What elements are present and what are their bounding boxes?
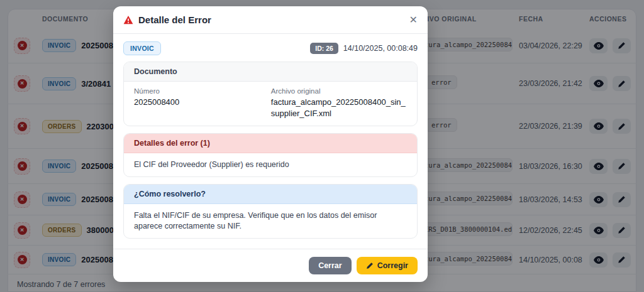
modal-footer: Cerrar Corregir — [113, 249, 428, 282]
errors-page: DOCUMENTO ARCHIVO ORIGINAL FECHA ACCIONE… — [0, 0, 644, 292]
warning-triangle-icon — [123, 15, 133, 25]
error-details-title: Detalles del error (1) — [124, 134, 417, 153]
document-type-badge: INVOIC — [123, 41, 161, 55]
document-section: Documento Número 2025008400 Archivo orig… — [123, 62, 418, 126]
modal-title: Detalle del Error — [138, 14, 404, 25]
error-timestamp: 14/10/2025, 00:08:49 — [343, 44, 418, 53]
corregir-label: Corregir — [377, 261, 408, 270]
cerrar-button[interactable]: Cerrar — [309, 257, 352, 274]
resolve-title: ¿Cómo resolverlo? — [124, 185, 417, 204]
modal-header: Detalle del Error ✕ — [113, 6, 428, 34]
resolve-message: Falta el NIF/CIF de su empresa. Verifiqu… — [124, 204, 417, 238]
error-id-badge: ID: 26 — [310, 43, 338, 54]
error-details-section: Detalles del error (1) El CIF del Provee… — [123, 133, 418, 177]
archivo-value: factura_alcampo_20225008400_sin_supplier… — [271, 97, 407, 119]
pencil-icon — [366, 262, 374, 269]
document-section-body: Número 2025008400 Archivo original factu… — [124, 82, 417, 126]
document-section-title: Documento — [124, 62, 417, 82]
error-details-message: El CIF del Proveedor (Supplier) es reque… — [124, 153, 417, 176]
numero-label: Número — [134, 87, 264, 95]
corregir-button[interactable]: Corregir — [357, 257, 418, 274]
close-icon[interactable]: ✕ — [409, 15, 418, 25]
archivo-label: Archivo original — [271, 87, 407, 95]
numero-value: 2025008400 — [134, 97, 264, 108]
resolve-section: ¿Cómo resolverlo? Falta el NIF/CIF de su… — [123, 184, 418, 239]
modal-meta-row: INVOIC ID: 26 14/10/2025, 00:08:49 — [123, 41, 418, 55]
modal-body: INVOIC ID: 26 14/10/2025, 00:08:49 Docum… — [113, 34, 428, 249]
error-detail-modal: Detalle del Error ✕ INVOIC ID: 26 14/10/… — [113, 6, 428, 282]
modal-meta-right: ID: 26 14/10/2025, 00:08:49 — [310, 43, 418, 54]
archivo-field: Archivo original factura_alcampo_2022500… — [271, 87, 407, 119]
numero-field: Número 2025008400 — [134, 87, 264, 119]
